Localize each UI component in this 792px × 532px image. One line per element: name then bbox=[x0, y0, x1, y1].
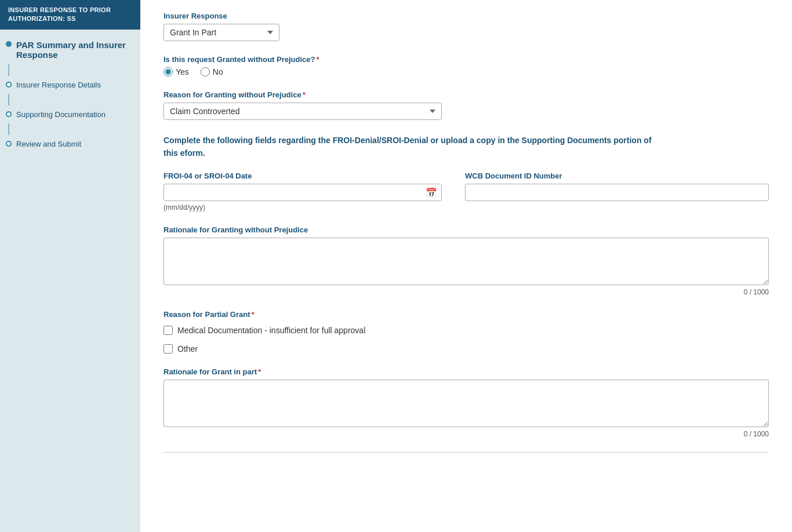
radio-no-label[interactable]: No bbox=[201, 67, 223, 76]
insurer-response-section: Insurer Response Grant In Part Grant In … bbox=[164, 12, 769, 41]
radio-yes[interactable] bbox=[164, 67, 173, 76]
froi-date-label: FROI-04 or SROI-04 Date bbox=[164, 172, 442, 180]
checkbox-medical-doc-label[interactable]: Medical Documentation - insufficient for… bbox=[164, 326, 769, 335]
sidebar-connector-3 bbox=[8, 123, 9, 135]
bottom-divider bbox=[164, 452, 769, 453]
froi-date-input[interactable] bbox=[164, 184, 442, 201]
granted-without-prejudice-radio-group: Yes No bbox=[164, 67, 769, 76]
wcb-doc-id-label: WCB Document ID Number bbox=[465, 172, 769, 180]
checkbox-other-label[interactable]: Other bbox=[164, 344, 769, 354]
froi-date-col: FROI-04 or SROI-04 Date 📅 (mm/dd/yyyy) bbox=[164, 172, 442, 212]
checkbox-medical-doc[interactable] bbox=[164, 326, 173, 335]
sidebar-label-supporting: Supporting Documentation bbox=[16, 110, 106, 119]
reason-granting-section: Reason for Granting without Prejudice Cl… bbox=[164, 90, 769, 120]
sidebar-connector-1 bbox=[8, 64, 9, 76]
info-block: Complete the following fields regarding … bbox=[164, 134, 769, 160]
insurer-response-select[interactable]: Grant In Part Grant In Full Deny bbox=[164, 24, 279, 41]
rationale-grant-in-part-char-count: 0 / 1000 bbox=[164, 430, 769, 438]
checkbox-other-text: Other bbox=[177, 344, 198, 354]
radio-no[interactable] bbox=[201, 67, 210, 76]
sidebar-dot-par-summary bbox=[6, 41, 12, 47]
sidebar-item-par-summary[interactable]: PAR Summary and Insurer Response bbox=[0, 35, 140, 64]
rationale-granting-section: Rationale for Granting without Prejudice… bbox=[164, 225, 769, 296]
radio-no-text: No bbox=[213, 67, 223, 76]
rationale-grant-in-part-textarea[interactable] bbox=[164, 380, 769, 427]
sidebar-nav: PAR Summary and Insurer Response Insurer… bbox=[0, 30, 140, 159]
sidebar-dot-supporting bbox=[6, 111, 12, 117]
sidebar-label-par-summary: PAR Summary and Insurer Response bbox=[16, 40, 132, 60]
sidebar-dot-insurer bbox=[6, 82, 12, 88]
radio-yes-text: Yes bbox=[176, 67, 189, 76]
rationale-grant-in-part-section: Rationale for Grant in part 0 / 1000 bbox=[164, 367, 769, 438]
reason-granting-select[interactable]: Claim Controverted Other bbox=[164, 103, 442, 120]
checkbox-medical-doc-text: Medical Documentation - insufficient for… bbox=[177, 326, 365, 335]
reason-partial-grant-label: Reason for Partial Grant bbox=[164, 310, 769, 319]
wcb-doc-id-col: WCB Document ID Number bbox=[465, 172, 769, 201]
froi-date-wrapper: 📅 bbox=[164, 184, 442, 201]
info-text-2: this eform. bbox=[164, 147, 769, 159]
sidebar-header: INSURER RESPONSE TO PRIOR AUTHORIZATION:… bbox=[0, 0, 140, 30]
insurer-response-label: Insurer Response bbox=[164, 12, 769, 20]
granted-without-prejudice-label: Is this request Granted without Prejudic… bbox=[164, 55, 769, 64]
granted-without-prejudice-section: Is this request Granted without Prejudic… bbox=[164, 55, 769, 76]
sidebar-label-review: Review and Submit bbox=[16, 140, 81, 148]
sidebar-label-insurer: Insurer Response Details bbox=[16, 81, 101, 89]
sidebar: INSURER RESPONSE TO PRIOR AUTHORIZATION:… bbox=[0, 0, 140, 532]
radio-yes-label[interactable]: Yes bbox=[164, 67, 189, 76]
sidebar-connector-2 bbox=[8, 94, 9, 105]
info-text-1: Complete the following fields regarding … bbox=[164, 134, 769, 147]
wcb-doc-id-input[interactable] bbox=[465, 184, 769, 201]
main-content: Insurer Response Grant In Part Grant In … bbox=[140, 0, 792, 532]
reason-granting-label: Reason for Granting without Prejudice bbox=[164, 90, 769, 99]
reason-partial-grant-section: Reason for Partial Grant Medical Documen… bbox=[164, 310, 769, 354]
rationale-granting-label: Rationale for Granting without Prejudice bbox=[164, 225, 769, 234]
checkbox-other[interactable] bbox=[164, 344, 173, 354]
rationale-granting-char-count: 0 / 1000 bbox=[164, 288, 769, 296]
rationale-grant-in-part-label: Rationale for Grant in part bbox=[164, 367, 769, 376]
sidebar-item-supporting-docs[interactable]: Supporting Documentation bbox=[0, 105, 140, 123]
sidebar-dot-review bbox=[6, 141, 12, 147]
calendar-icon: 📅 bbox=[426, 187, 437, 198]
froi-date-hint: (mm/dd/yyyy) bbox=[164, 203, 442, 212]
sidebar-item-insurer-response-details[interactable]: Insurer Response Details bbox=[0, 76, 140, 94]
sidebar-item-review-submit[interactable]: Review and Submit bbox=[0, 135, 140, 153]
rationale-granting-textarea[interactable] bbox=[164, 238, 769, 285]
date-wcb-section: FROI-04 or SROI-04 Date 📅 (mm/dd/yyyy) W… bbox=[164, 172, 769, 212]
